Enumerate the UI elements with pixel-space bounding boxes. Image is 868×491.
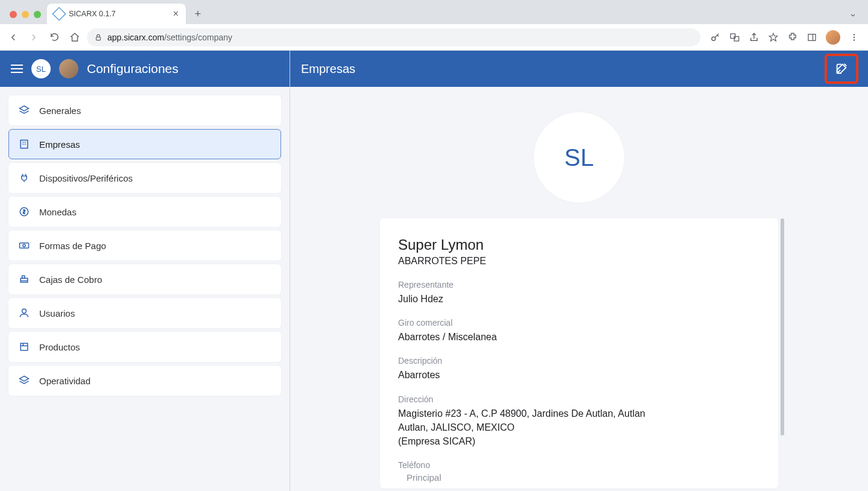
svg-rect-9 [21, 140, 28, 148]
sidepanel-icon[interactable] [806, 32, 817, 43]
right-panel: Empresas SL Super Lymon ABARROTES PEPE R… [290, 51, 868, 491]
address-bar[interactable]: app.sicarx.com/settings/company [87, 28, 700, 46]
label-representante: Representante [398, 280, 760, 290]
sidebar-item-generales[interactable]: Generales [8, 95, 281, 125]
tab-strip: SICARX 0.1.7 × + [0, 0, 868, 24]
page-title: Configuraciones [87, 62, 179, 76]
label-telefono: Teléfono [398, 460, 760, 470]
tab-title: SICARX 0.1.7 [69, 10, 116, 18]
browser-chrome: SICARX 0.1.7 × + app.sicarx.com/settings… [0, 0, 868, 51]
value-giro: Abarrotes / Miscelanea [398, 330, 760, 344]
tag-icon [17, 104, 31, 117]
maximize-window-icon[interactable] [34, 11, 41, 18]
sidebar-label: Usuarios [39, 308, 75, 318]
translate-icon[interactable] [729, 32, 740, 43]
svg-rect-4 [808, 34, 816, 40]
left-panel: SL Configuraciones Generales Empresas Di… [0, 51, 290, 491]
svg-point-6 [854, 34, 855, 35]
close-window-icon[interactable] [10, 11, 17, 18]
value-representante: Julio Hdez [398, 292, 760, 306]
sidebar-label: Formas de Pago [39, 241, 106, 251]
company-name: Super Lymon [398, 236, 760, 253]
sidebar-item-empresas[interactable]: Empresas [8, 129, 281, 159]
menu-icon[interactable] [849, 32, 860, 43]
svg-rect-21 [21, 343, 28, 350]
share-icon[interactable] [749, 32, 759, 43]
user-avatar-small[interactable] [59, 59, 78, 78]
svg-point-7 [854, 36, 855, 37]
reload-button[interactable] [46, 29, 63, 46]
sidebar-label: Cajas de Cobro [39, 274, 102, 285]
section-title: Empresas [301, 62, 355, 76]
new-tab-button[interactable]: + [189, 5, 206, 22]
lock-icon [94, 33, 103, 42]
label-direccion: Dirección [398, 394, 760, 404]
svg-point-8 [854, 39, 855, 40]
value-direccion: Magisterio #23 - A, C.P 48900, Jardines … [398, 407, 760, 449]
sidebar-label: Productos [39, 342, 80, 352]
sidebar-label: Empresas [39, 139, 80, 150]
key-icon[interactable] [710, 32, 721, 43]
company-avatar-small[interactable]: SL [31, 59, 51, 78]
svg-rect-18 [22, 276, 25, 278]
company-card: Super Lymon ABARROTES PEPE Representante… [380, 218, 778, 489]
svg-rect-15 [20, 243, 29, 248]
home-button[interactable] [66, 29, 83, 46]
appbar-left: SL Configuraciones [0, 51, 290, 87]
sidebar-item-dispositivos[interactable]: Dispositivos/Periféricos [8, 163, 281, 193]
browser-right-icons [704, 30, 863, 45]
app-root: SL Configuraciones Generales Empresas Di… [0, 51, 868, 491]
content-area[interactable]: SL Super Lymon ABARROTES PEPE Representa… [290, 87, 868, 491]
forward-button[interactable] [25, 29, 42, 46]
scrollbar-thumb[interactable] [781, 218, 784, 436]
sidebar-label: Operatividad [39, 376, 90, 386]
svg-rect-17 [21, 278, 28, 282]
browser-tab[interactable]: SICARX 0.1.7 × [47, 4, 186, 24]
plug-icon [17, 171, 31, 185]
svg-rect-0 [97, 37, 101, 40]
label-descripcion: Descripción [398, 356, 760, 366]
extensions-icon[interactable] [787, 32, 798, 43]
value-descripcion: Abarrotes [398, 368, 760, 382]
cash-icon [17, 239, 31, 252]
svg-point-20 [22, 309, 27, 313]
favicon-icon [52, 7, 66, 21]
sidebar-item-formas-pago[interactable]: Formas de Pago [8, 230, 281, 261]
profile-avatar[interactable] [826, 30, 840, 45]
sidebar-item-operatividad[interactable]: Operatividad [8, 366, 281, 396]
browser-toolbar: app.sicarx.com/settings/company [0, 24, 868, 51]
appbar-right: Empresas [290, 51, 868, 87]
svg-point-16 [23, 244, 25, 247]
close-tab-icon[interactable]: × [173, 8, 179, 19]
bookmark-icon[interactable] [768, 32, 779, 43]
user-icon [17, 306, 31, 320]
company-subtitle: ABARROTES PEPE [398, 256, 760, 267]
sidebar-item-monedas[interactable]: Monedas [8, 197, 281, 227]
edit-icon [835, 62, 848, 75]
svg-point-1 [712, 37, 715, 40]
sidebar-item-cajas[interactable]: Cajas de Cobro [8, 264, 281, 294]
edit-button[interactable] [826, 55, 857, 83]
window-controls[interactable] [5, 11, 47, 24]
sidebar-label: Generales [39, 106, 81, 116]
settings-icon [17, 374, 31, 387]
sidebar-item-usuarios[interactable]: Usuarios [8, 298, 281, 328]
currency-icon [17, 205, 31, 218]
box-icon [17, 340, 31, 353]
back-button[interactable] [5, 29, 22, 46]
building-icon [17, 138, 31, 151]
minimize-window-icon[interactable] [22, 11, 29, 18]
url-domain: app.sicarx.com [107, 33, 164, 42]
tabs-dropdown-icon[interactable] [849, 11, 857, 19]
label-telefono-principal: Principal [398, 472, 760, 483]
sidebar: Generales Empresas Dispositivos/Periféri… [0, 87, 290, 404]
sidebar-label: Monedas [39, 207, 77, 217]
label-giro: Giro comercial [398, 318, 760, 328]
company-avatar-large: SL [534, 112, 624, 203]
url-path: /settings/company [164, 33, 232, 42]
sidebar-item-productos[interactable]: Productos [8, 332, 281, 362]
cash-register-icon [17, 273, 31, 286]
sidebar-label: Dispositivos/Periféricos [39, 173, 133, 183]
menu-button[interactable] [11, 65, 23, 73]
